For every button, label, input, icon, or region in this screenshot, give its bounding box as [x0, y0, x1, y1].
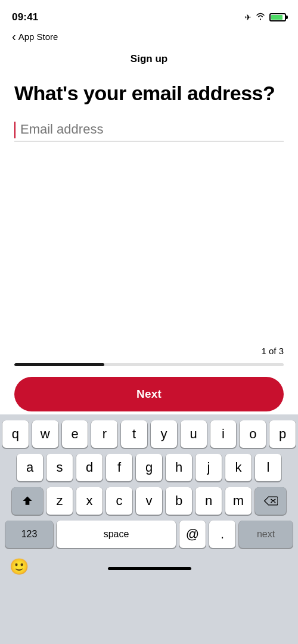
status-time: 09:41: [12, 11, 38, 23]
status-bar: 09:41 ✈: [0, 0, 298, 30]
keyboard-bottom: 🙂: [0, 554, 298, 580]
key-r[interactable]: r: [91, 420, 117, 448]
key-a[interactable]: a: [17, 454, 43, 481]
backspace-key[interactable]: [255, 487, 286, 515]
step-indicator: 1 of 3: [14, 346, 284, 356]
keyboard-row-3: z x c v b n m: [0, 487, 298, 515]
key-e[interactable]: e: [62, 420, 88, 448]
key-n[interactable]: n: [195, 487, 222, 515]
progress-bar-fill: [14, 363, 104, 366]
home-bar: [108, 567, 191, 570]
battery-icon: [269, 13, 286, 21]
key-j[interactable]: j: [195, 454, 222, 481]
key-f[interactable]: f: [106, 454, 132, 481]
key-space[interactable]: space: [57, 521, 176, 548]
bottom-section: 1 of 3 Next: [0, 346, 298, 411]
app-store-back[interactable]: ‹ App Store: [0, 30, 298, 46]
email-input-wrapper[interactable]: [14, 122, 284, 142]
keyboard-row-1: q w e r t y u i o p: [0, 420, 298, 448]
key-c[interactable]: c: [106, 487, 132, 515]
key-u[interactable]: u: [181, 420, 207, 448]
key-period[interactable]: .: [209, 521, 235, 548]
wifi-icon: [255, 12, 266, 23]
key-g[interactable]: g: [136, 454, 162, 481]
key-y[interactable]: y: [151, 420, 177, 448]
key-m[interactable]: m: [225, 487, 252, 515]
text-cursor: [14, 122, 15, 138]
battery-fill: [271, 15, 283, 20]
keyboard-row-4: 123 space @ . next: [0, 521, 298, 548]
key-l[interactable]: l: [255, 454, 281, 481]
key-z[interactable]: z: [46, 487, 73, 515]
next-button[interactable]: Next: [14, 377, 284, 411]
page-heading: What's your email address?: [14, 82, 284, 105]
key-next[interactable]: next: [239, 521, 293, 548]
key-h[interactable]: h: [166, 454, 192, 481]
nav-bar: Sign up: [0, 46, 298, 72]
email-input[interactable]: [14, 122, 284, 137]
key-w[interactable]: w: [32, 420, 58, 448]
key-x[interactable]: x: [76, 487, 103, 515]
key-123[interactable]: 123: [5, 521, 53, 548]
key-b[interactable]: b: [166, 487, 192, 515]
key-t[interactable]: t: [121, 420, 147, 448]
nav-title: Sign up: [131, 53, 167, 65]
key-v[interactable]: v: [136, 487, 162, 515]
keyboard: q w e r t y u i o p a s d f g h j k l z …: [0, 414, 298, 644]
airplane-icon: ✈: [244, 13, 252, 22]
back-chevron-icon: ‹: [12, 30, 16, 44]
progress-bar-container: [14, 363, 284, 366]
emoji-icon[interactable]: 🙂: [10, 558, 29, 576]
main-content: What's your email address?: [0, 72, 298, 142]
app-store-label: App Store: [18, 32, 58, 42]
key-p[interactable]: p: [269, 420, 296, 448]
key-i[interactable]: i: [210, 420, 237, 448]
key-k[interactable]: k: [225, 454, 252, 481]
shift-key[interactable]: [12, 487, 43, 515]
key-s[interactable]: s: [46, 454, 73, 481]
key-at[interactable]: @: [179, 521, 206, 548]
keyboard-row-2: a s d f g h j k l: [0, 454, 298, 481]
key-q[interactable]: q: [2, 420, 29, 448]
key-d[interactable]: d: [76, 454, 103, 481]
status-left: 09:41: [12, 11, 38, 23]
status-right: ✈: [244, 12, 286, 23]
key-o[interactable]: o: [240, 420, 266, 448]
